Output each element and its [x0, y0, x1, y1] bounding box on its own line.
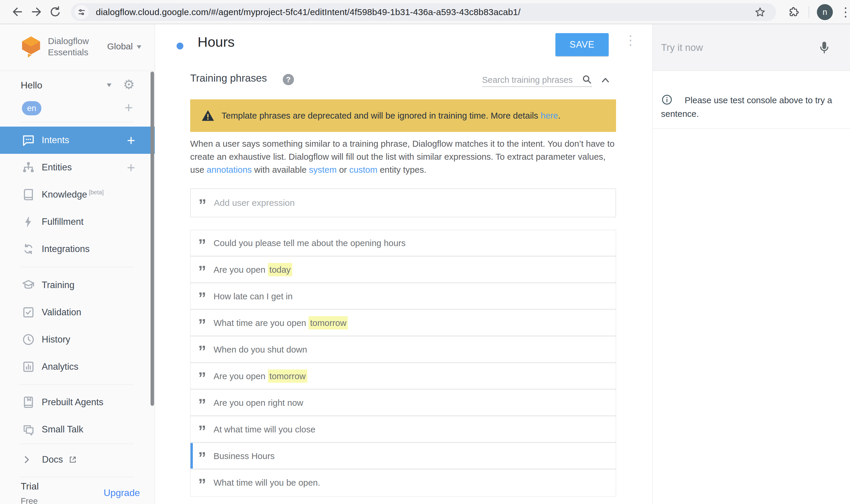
- browser-forward-icon[interactable]: [30, 5, 43, 19]
- validation-icon: [22, 306, 35, 319]
- url-bar[interactable]: dialogflow.cloud.google.com/#/agent/mypr…: [71, 3, 776, 21]
- intent-title: Hours: [198, 34, 235, 50]
- sidebar-item-label: History: [42, 334, 70, 345]
- add-user-expression-input[interactable]: ” Add user expression: [190, 188, 616, 217]
- training-phrase-row[interactable]: ”Business Hours: [191, 443, 616, 470]
- sidebar-item-small-talk[interactable]: Small Talk: [0, 416, 155, 443]
- inline-link[interactable]: annotations: [207, 165, 252, 175]
- graduation-icon: [22, 278, 35, 292]
- upgrade-link[interactable]: Upgrade: [104, 487, 140, 498]
- sidebar-item-integrations[interactable]: Integrations: [0, 235, 155, 263]
- agent-chevron-down-icon[interactable]: ▼: [105, 81, 113, 89]
- quote-icon: ”: [198, 317, 206, 332]
- text-segment: What time will you be open.: [214, 478, 320, 487]
- training-phrase-row[interactable]: ”Are you open tomorrow: [191, 363, 616, 390]
- search-icon[interactable]: [581, 74, 592, 85]
- chart-icon: [22, 360, 35, 374]
- add-language-icon[interactable]: +: [125, 100, 133, 116]
- add-entities-icon[interactable]: +: [127, 159, 135, 176]
- sidebar-item-prebuilt-agents[interactable]: Prebuilt Agents: [0, 389, 155, 416]
- help-icon[interactable]: ?: [283, 74, 294, 85]
- inline-link[interactable]: system: [309, 165, 337, 175]
- extensions-icon[interactable]: [788, 6, 800, 18]
- url-text: dialogflow.cloud.google.com/#/agent/mypr…: [96, 7, 521, 17]
- text-segment: Template phrases are deprecated and will…: [221, 111, 541, 120]
- console-message: Please use test console above to try a s…: [661, 93, 842, 121]
- training-phrase-row[interactable]: ”Are you open today: [191, 257, 616, 283]
- agent-name[interactable]: Hello: [21, 80, 42, 91]
- profile-avatar[interactable]: n: [817, 4, 833, 20]
- quote-icon: ”: [198, 396, 206, 412]
- sidebar-item-analytics[interactable]: Analytics: [0, 353, 155, 380]
- intent-editor: Hours SAVE ⋮ Training phrases ? Search t…: [155, 24, 652, 504]
- training-phrase-row[interactable]: ”What time will you be open.: [191, 470, 616, 496]
- region-selector[interactable]: Global ▼: [107, 41, 143, 52]
- training-phrase-row[interactable]: ”Are you open right now: [191, 390, 616, 416]
- sidebar-divider: [19, 384, 134, 385]
- try-it-now-placeholder: Try it now: [661, 42, 703, 53]
- prebuilt-icon: [22, 395, 35, 409]
- training-phrase-row[interactable]: ”How late can I get in: [191, 283, 616, 310]
- phrase-text: At what time will you close: [214, 416, 315, 443]
- panel-divider: [653, 128, 850, 129]
- collapse-section-icon[interactable]: [600, 75, 611, 85]
- agent-settings-gear-icon[interactable]: ⚙: [123, 77, 134, 92]
- sidebar-item-label: Knowledge[beta]: [42, 189, 104, 200]
- annotated-parameter[interactable]: tomorrow: [268, 370, 307, 383]
- sidebar-item-intents[interactable]: Intents+: [0, 127, 155, 154]
- training-phrase-row[interactable]: ”What time are you open tomorrow: [191, 310, 616, 337]
- browser-back-icon[interactable]: [11, 5, 24, 19]
- save-button[interactable]: SAVE: [556, 33, 609, 56]
- phrase-text: When do you shut down: [214, 337, 307, 363]
- chevron-down-icon: ▼: [135, 43, 143, 51]
- sidebar-item-knowledge[interactable]: Knowledge[beta]: [0, 181, 155, 208]
- training-phrase-row[interactable]: ”When do you shut down: [191, 337, 616, 363]
- sidebar-item-history[interactable]: History: [0, 326, 155, 353]
- training-phrase-row[interactable]: ”At what time will you close: [191, 416, 616, 443]
- sidebar-item-training[interactable]: Training: [0, 271, 155, 299]
- inline-link[interactable]: here: [541, 111, 558, 120]
- text-segment: Business Hours: [214, 451, 275, 461]
- annotated-parameter[interactable]: today: [268, 263, 292, 276]
- quote-icon: ”: [198, 343, 206, 359]
- bolt-icon: [22, 215, 35, 229]
- search-training-phrases-input[interactable]: Search training phrases: [482, 73, 592, 87]
- intent-menu-icon[interactable]: ⋮: [624, 33, 637, 48]
- text-segment: How late can I get in: [214, 291, 292, 301]
- clock-icon: [22, 333, 35, 346]
- sidebar-item-entities[interactable]: Entities+: [0, 154, 155, 181]
- bookmark-star-icon[interactable]: [754, 6, 766, 18]
- warning-triangle-icon: [201, 109, 215, 123]
- sidebar-item-label: Fulfillment: [42, 216, 84, 227]
- deprecation-warning-banner: Template phrases are deprecated and will…: [190, 100, 616, 132]
- training-phrases-title: Training phrases: [190, 72, 267, 84]
- microphone-icon[interactable]: [817, 40, 831, 54]
- inline-link[interactable]: custom: [349, 165, 377, 175]
- try-it-now-input[interactable]: Try it now: [653, 24, 850, 71]
- annotated-parameter[interactable]: tomorrow: [308, 316, 348, 329]
- beta-badge: [beta]: [89, 189, 104, 196]
- text-segment: Are you open right now: [214, 398, 303, 408]
- quote-icon: ”: [198, 370, 206, 386]
- language-row: en +: [0, 101, 155, 118]
- browser-menu-icon[interactable]: ⋮: [839, 3, 850, 21]
- chevron-right-icon: [22, 455, 32, 465]
- sidebar-item-label: Integrations: [42, 244, 90, 254]
- sidebar-item-label: Intents: [42, 135, 69, 145]
- sidebar-divider: [19, 444, 134, 444]
- add-intents-icon[interactable]: +: [127, 132, 135, 148]
- quote-icon: ”: [198, 197, 206, 213]
- info-icon: [661, 94, 673, 106]
- sidebar-divider: [19, 122, 134, 122]
- training-phrase-row[interactable]: ”Could you please tell me about the open…: [191, 230, 616, 257]
- language-badge[interactable]: en: [22, 101, 41, 115]
- sidebar-item-validation[interactable]: Validation: [0, 299, 155, 326]
- sidebar-item-docs[interactable]: Docs: [0, 447, 155, 473]
- browser-reload-icon[interactable]: [49, 5, 62, 19]
- phrase-text: Business Hours: [214, 443, 275, 469]
- text-segment: with available: [252, 165, 309, 175]
- sidebar-scrollbar[interactable]: [150, 72, 154, 406]
- text-segment: or: [337, 165, 349, 175]
- sidebar-item-fulfillment[interactable]: Fulfillment: [0, 208, 155, 235]
- site-settings-icon[interactable]: [74, 5, 89, 19]
